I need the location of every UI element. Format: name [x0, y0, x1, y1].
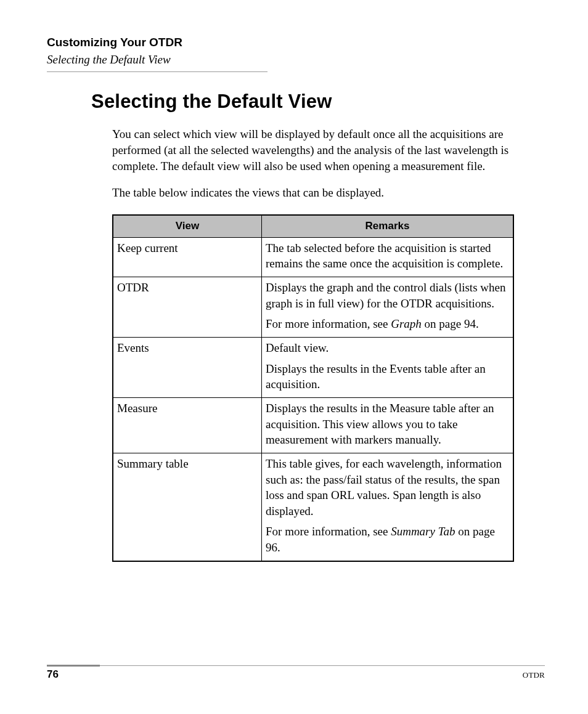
- table-row: OTDR Displays the graph and the control …: [113, 277, 513, 338]
- body-text: You can select which view will be displa…: [112, 126, 515, 201]
- paragraph: You can select which view will be displa…: [112, 126, 515, 175]
- chapter-title: Customizing Your OTDR: [47, 36, 541, 49]
- table-row: Summary table This table gives, for each…: [113, 453, 513, 561]
- page-number: 76: [47, 668, 59, 681]
- remarks-text: Displays the results in the Measure tabl…: [266, 400, 509, 448]
- cell-view: Keep current: [113, 237, 262, 277]
- page-header: Customizing Your OTDR Selecting the Defa…: [47, 36, 541, 72]
- views-table: View Remarks Keep current The tab select…: [112, 214, 514, 562]
- header-rule: [47, 71, 267, 72]
- cell-view: Measure: [113, 397, 262, 453]
- remarks-text: Displays the graph and the control dials…: [266, 280, 509, 311]
- remarks-text: Default view.: [266, 340, 509, 356]
- table-row: Keep current The tab selected before the…: [113, 237, 513, 277]
- table-row: Measure Displays the results in the Meas…: [113, 397, 513, 453]
- cell-remarks: Default view. Displays the results in th…: [262, 338, 514, 398]
- text: For more information, see: [266, 317, 391, 330]
- header-section-title: Selecting the Default View: [47, 53, 541, 67]
- cell-remarks: Displays the results in the Measure tabl…: [262, 397, 514, 453]
- text: For more information, see: [266, 525, 391, 538]
- cell-view: OTDR: [113, 277, 262, 338]
- cell-view: Summary table: [113, 453, 262, 561]
- cross-ref: Summary Tab: [391, 525, 455, 538]
- paragraph: The table below indicates the views that…: [112, 185, 515, 201]
- cell-remarks: This table gives, for each wavelength, i…: [262, 453, 514, 561]
- doc-short-title: OTDR: [523, 670, 545, 680]
- remarks-text: For more information, see Summary Tab on…: [266, 524, 509, 555]
- table-header-remarks: Remarks: [262, 215, 514, 237]
- remarks-text: The tab selected before the acquisition …: [266, 240, 509, 272]
- text: on page 94.: [422, 317, 479, 330]
- page-footer: 76 OTDR: [47, 665, 545, 681]
- cross-ref: Graph: [391, 317, 422, 330]
- cell-remarks: The tab selected before the acquisition …: [262, 237, 514, 277]
- remarks-text: For more information, see Graph on page …: [266, 316, 509, 332]
- remarks-text: This table gives, for each wavelength, i…: [266, 456, 509, 519]
- table-header-row: View Remarks: [113, 215, 513, 237]
- remarks-text: Displays the results in the Events table…: [266, 361, 509, 392]
- table-header-view: View: [113, 215, 262, 237]
- cell-view: Events: [113, 338, 262, 398]
- cell-remarks: Displays the graph and the control dials…: [262, 277, 514, 338]
- page-title: Selecting the Default View: [91, 91, 541, 113]
- page: Customizing Your OTDR Selecting the Defa…: [0, 0, 588, 714]
- table-row: Events Default view. Displays the result…: [113, 338, 513, 398]
- footer-rule: [47, 665, 545, 666]
